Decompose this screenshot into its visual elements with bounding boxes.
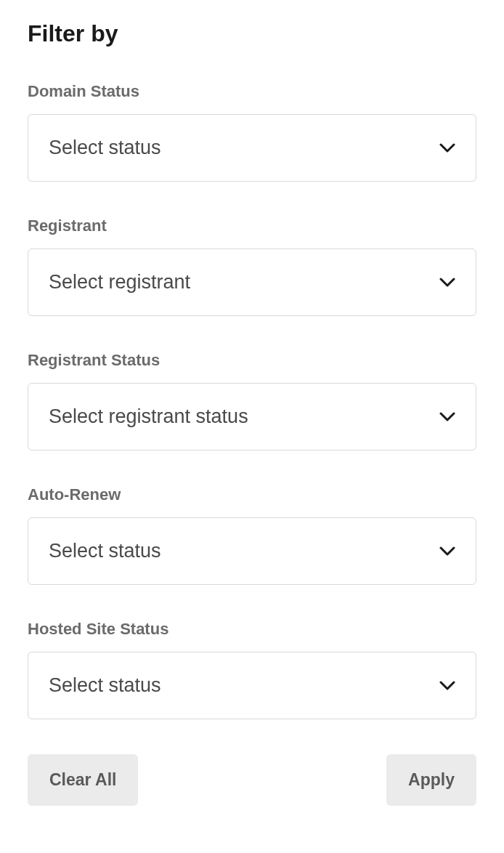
filter-label-registrant-status: Registrant Status [28, 351, 476, 370]
button-row: Clear All Apply [28, 754, 476, 806]
filter-label-registrant: Registrant [28, 217, 476, 235]
filter-auto-renew: Auto-Renew Select status [28, 485, 476, 585]
filter-registrant-status: Registrant Status Select registrant stat… [28, 351, 476, 450]
select-value-registrant-status: Select registrant status [49, 405, 248, 428]
chevron-down-icon [439, 278, 455, 288]
clear-all-button[interactable]: Clear All [28, 754, 138, 806]
filter-label-auto-renew: Auto-Renew [28, 485, 476, 504]
page-title: Filter by [28, 20, 476, 47]
chevron-down-icon [439, 681, 455, 691]
select-registrant[interactable]: Select registrant [28, 248, 476, 316]
select-value-registrant: Select registrant [49, 271, 190, 294]
select-domain-status[interactable]: Select status [28, 114, 476, 182]
select-hosted-site-status[interactable]: Select status [28, 652, 476, 719]
apply-button[interactable]: Apply [386, 754, 476, 806]
select-value-hosted-site-status: Select status [49, 674, 161, 697]
filter-label-hosted-site-status: Hosted Site Status [28, 620, 476, 639]
select-auto-renew[interactable]: Select status [28, 517, 476, 585]
select-registrant-status[interactable]: Select registrant status [28, 383, 476, 450]
filter-registrant: Registrant Select registrant [28, 217, 476, 316]
filter-label-domain-status: Domain Status [28, 82, 476, 101]
chevron-down-icon [439, 143, 455, 153]
chevron-down-icon [439, 546, 455, 557]
filter-hosted-site-status: Hosted Site Status Select status [28, 620, 476, 719]
select-value-domain-status: Select status [49, 137, 161, 159]
chevron-down-icon [439, 412, 455, 422]
filter-domain-status: Domain Status Select status [28, 82, 476, 182]
select-value-auto-renew: Select status [49, 540, 161, 562]
